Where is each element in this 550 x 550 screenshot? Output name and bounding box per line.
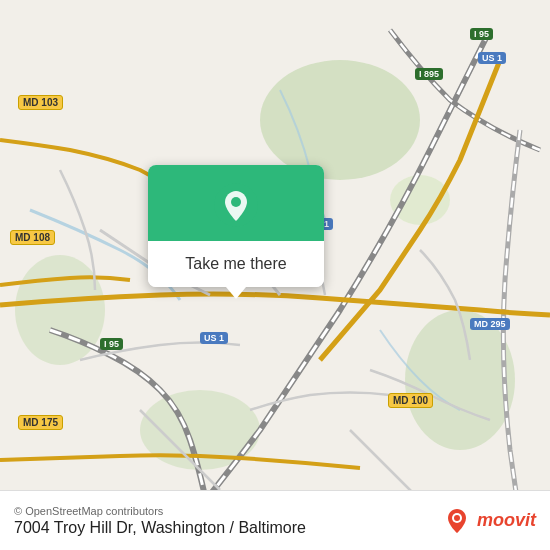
address-text: 7004 Troy Hill Dr, Washington / Baltimor… bbox=[14, 519, 306, 537]
label-i95-low: I 95 bbox=[100, 338, 123, 350]
label-md108: MD 108 bbox=[10, 230, 55, 245]
svg-point-0 bbox=[260, 60, 420, 180]
label-md100-right: MD 100 bbox=[388, 393, 433, 408]
popup-header bbox=[148, 165, 324, 241]
info-bar: © OpenStreetMap contributors 7004 Troy H… bbox=[0, 490, 550, 550]
svg-point-1 bbox=[405, 310, 515, 450]
label-i895: I 895 bbox=[415, 68, 443, 80]
svg-point-6 bbox=[231, 197, 241, 207]
label-md103: MD 103 bbox=[18, 95, 63, 110]
label-md175: MD 175 bbox=[18, 415, 63, 430]
moovit-logo: moovit bbox=[443, 507, 536, 535]
label-us1-low: US 1 bbox=[200, 332, 228, 344]
map-container: I 95 I 895 US 1 MD 103 MD 108 US 1 US 1 … bbox=[0, 0, 550, 550]
label-md295: MD 295 bbox=[470, 318, 510, 330]
moovit-text: moovit bbox=[477, 510, 536, 531]
take-me-there-button[interactable]: Take me there bbox=[148, 241, 324, 287]
popup-pointer bbox=[226, 287, 246, 299]
label-us1-top: US 1 bbox=[478, 52, 506, 64]
moovit-pin-icon bbox=[443, 507, 471, 535]
attribution-text: © OpenStreetMap contributors bbox=[14, 505, 306, 517]
location-pin-icon bbox=[214, 183, 258, 227]
info-bar-left: © OpenStreetMap contributors 7004 Troy H… bbox=[14, 505, 306, 537]
svg-point-8 bbox=[454, 515, 460, 521]
popup-card: Take me there bbox=[148, 165, 324, 287]
label-i95-top: I 95 bbox=[470, 28, 493, 40]
